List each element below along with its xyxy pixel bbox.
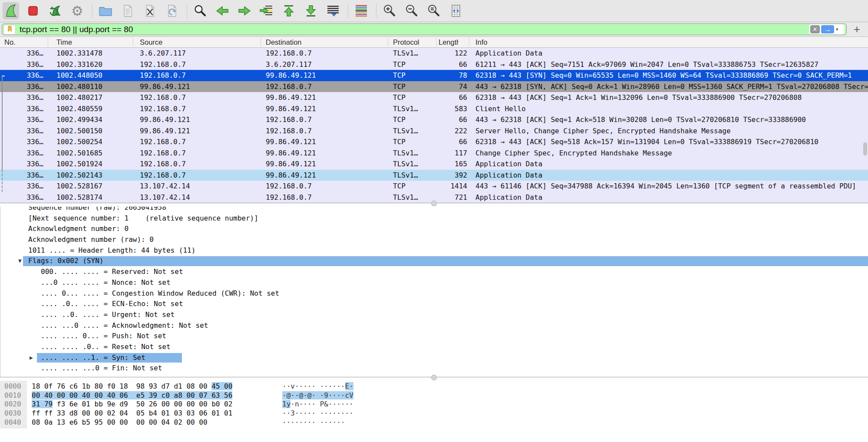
hex-selected-segment[interactable]: ·@··@·@· ·9····cV <box>282 391 353 399</box>
filter-apply-button[interactable]: → <box>821 25 834 33</box>
close-file-icon <box>142 3 158 19</box>
zoom-in-button[interactable] <box>381 2 398 20</box>
hex-selected-segment[interactable]: 1y <box>282 400 290 408</box>
cell-info: Server Hello, Change Cipher Spec, Encryp… <box>475 125 868 137</box>
packet-row[interactable]: 336…1002.501685192.168.0.799.86.49.121TL… <box>0 148 868 159</box>
last-packet-button[interactable] <box>303 2 319 20</box>
cell-dst: 192.168.0.7 <box>266 81 388 92</box>
first-packet-button[interactable] <box>281 2 297 20</box>
hex-segment[interactable]: 18 0f 76 c6 1b 80 f0 18 98 93 d7 d1 08 0… <box>32 382 211 390</box>
column-header-protocol[interactable]: Protocol <box>393 37 434 47</box>
collapsed-arrow-icon[interactable]: ▶ <box>30 353 33 363</box>
detail-line[interactable]: ...0 .... .... = Nonce: Not set <box>0 277 868 288</box>
packet-row[interactable]: 336…1002.502143192.168.0.799.86.49.121TL… <box>0 170 868 181</box>
detail-text: Sequence number (raw): 2665041958 <box>28 207 166 213</box>
hex-segment[interactable]: ·n···· P&······ <box>290 400 353 408</box>
cell-time: 1002.480559 <box>56 103 135 115</box>
packet-row[interactable]: 336…1002.448050192.168.0.799.86.49.121TC… <box>0 70 868 81</box>
restart-capture-button[interactable] <box>47 2 63 20</box>
detail-line[interactable]: Acknowledgment number (raw): 0 <box>0 234 868 245</box>
column-separator[interactable] <box>436 38 437 46</box>
column-header-info[interactable]: Info <box>475 37 606 47</box>
detail-line[interactable]: .... .... .0.. = Reset: Not set <box>0 342 868 353</box>
packet-row[interactable]: 336…1002.500254192.168.0.799.86.49.121TC… <box>0 136 868 148</box>
expanded-arrow-icon[interactable]: ▼ <box>18 256 22 267</box>
packet-row[interactable]: 336…1002.331620192.168.0.73.6.207.117TCP… <box>0 59 868 70</box>
resize-columns-button[interactable] <box>448 2 464 20</box>
filter-bookmark-button[interactable] <box>3 25 16 35</box>
filter-clear-button[interactable]: ✕ <box>810 25 820 33</box>
packet-row[interactable]: 336…1002.480217192.168.0.799.86.49.121TC… <box>0 92 868 103</box>
packet-row[interactable]: 336…1002.48011099.86.49.121192.168.0.7TC… <box>0 81 868 92</box>
hex-segment[interactable]: ··v····· ······ <box>282 382 345 390</box>
hex-selected-segment[interactable]: E· <box>345 382 353 390</box>
column-separator[interactable] <box>388 38 388 46</box>
column-separator[interactable] <box>48 38 48 46</box>
colorize-packets-button[interactable] <box>353 2 370 20</box>
close-file-button[interactable] <box>142 2 158 20</box>
detail-line[interactable]: ▶.... .... ..1. = Syn: Set <box>0 353 868 363</box>
detail-line[interactable]: .... .... ...0 = Fin: Not set <box>0 363 868 374</box>
hex-selected-segment[interactable]: 31 79 <box>32 400 53 408</box>
filter-add-button[interactable]: + <box>854 22 860 37</box>
detail-line[interactable]: .... .... 0... = Push: Not set <box>0 331 868 342</box>
hex-selected-segment[interactable]: 00 40 00 00 40 00 40 06 e5 39 c0 a8 00 0… <box>32 391 232 399</box>
hex-segment[interactable]: ff ff 33 d8 00 00 02 04 05 b4 01 03 03 0… <box>32 409 232 417</box>
packet-row[interactable]: 336…1002.501924192.168.0.799.86.49.121TL… <box>0 158 868 170</box>
packet-row[interactable]: 336…1002.480559192.168.0.799.86.49.121TL… <box>0 103 868 115</box>
column-separator[interactable] <box>133 38 133 46</box>
detail-line[interactable]: .... .0.. .... = ECN-Echo: Not set <box>0 299 868 310</box>
hex-selected-segment[interactable]: 45 00 <box>211 382 232 390</box>
reload-file-button[interactable] <box>164 2 180 20</box>
display-filter-input[interactable]: tcp.port == 80 || udp.port == 80 ✕ → ▾ <box>2 23 847 35</box>
column-header-time[interactable]: Time <box>56 37 130 47</box>
go-to-packet-button[interactable] <box>258 2 275 20</box>
packet-row[interactable]: 336…1002.50015099.86.49.121192.168.0.7TL… <box>0 125 868 137</box>
column-separator[interactable] <box>469 38 469 46</box>
open-file-icon <box>98 3 113 19</box>
pane-splitter-bottom[interactable] <box>0 377 868 381</box>
save-file-button[interactable] <box>119 2 136 20</box>
zoom-reset-button[interactable] <box>426 2 442 20</box>
zoom-out-button[interactable] <box>403 2 420 20</box>
column-separator[interactable] <box>261 38 261 46</box>
column-header-length[interactable]: Length <box>439 37 459 47</box>
column-header-destination[interactable]: Destination <box>266 37 385 47</box>
cell-time: 1002.499434 <box>56 114 135 125</box>
hex-segment[interactable]: 08 0a 13 e6 b5 95 00 00 00 00 04 02 00 0… <box>32 418 208 426</box>
splitter-handle-icon[interactable] <box>431 201 437 206</box>
start-capture-button[interactable] <box>3 2 19 20</box>
detail-line[interactable]: .... 0... .... = Congestion Window Reduc… <box>0 288 868 299</box>
hex-segment[interactable]: ··3····· ········ <box>282 409 353 417</box>
detail-line[interactable]: 000. .... .... = Reserved: Not set <box>0 267 868 277</box>
detail-line[interactable]: Sequence number (raw): 2665041958 <box>0 207 868 213</box>
cell-time: 1002.501924 <box>56 158 135 170</box>
stop-capture-button[interactable] <box>25 2 41 20</box>
capture-options-button[interactable]: ⚙ <box>69 2 86 20</box>
detail-line[interactable]: Acknowledgment number: 0 <box>0 224 868 234</box>
pane-splitter-top[interactable] <box>0 203 868 207</box>
detail-line[interactable]: .... ..0. .... = Urgent: Not set <box>0 310 868 320</box>
packet-row[interactable]: 336…1002.52816713.107.42.14192.168.0.7TC… <box>0 181 868 192</box>
previous-packet-button[interactable] <box>214 2 231 20</box>
detail-line[interactable]: ▼Flags: 0x002 (SYN) <box>0 256 868 267</box>
find-packet-button[interactable] <box>192 2 208 20</box>
detail-line[interactable]: [Next sequence number: 1 (relative seque… <box>0 213 868 224</box>
next-packet-button[interactable] <box>236 2 253 20</box>
packet-row[interactable]: 336…1002.3314783.6.207.117192.168.0.7TLS… <box>0 48 868 59</box>
column-header-no[interactable]: No. <box>4 37 46 47</box>
packet-list-scrollbar-thumb[interactable] <box>863 142 867 155</box>
filter-dropdown-arrow[interactable]: ▾ <box>836 26 838 32</box>
hex-segment[interactable]: ········ ······ <box>282 418 345 426</box>
detail-line[interactable]: 1011 .... = Header Length: 44 bytes (11) <box>0 245 868 256</box>
cell-time: 1002.331478 <box>56 48 135 59</box>
splitter-handle-icon[interactable] <box>431 375 437 380</box>
hex-segment[interactable]: f3 6e 01 bb 9e d9 50 26 00 00 00 00 b0 0… <box>53 400 232 408</box>
auto-scroll-button[interactable] <box>325 2 341 20</box>
filter-expression-text[interactable]: tcp.port == 80 || udp.port == 80 <box>20 24 133 35</box>
detail-line[interactable]: .... ...0 .... = Acknowledgment: Not set <box>0 320 868 331</box>
packet-row[interactable]: 336…1002.49943499.86.49.121192.168.0.7TC… <box>0 114 868 125</box>
cell-len: 165 <box>434 158 467 170</box>
column-header-source[interactable]: Source <box>140 37 257 47</box>
open-file-button[interactable] <box>97 2 114 20</box>
